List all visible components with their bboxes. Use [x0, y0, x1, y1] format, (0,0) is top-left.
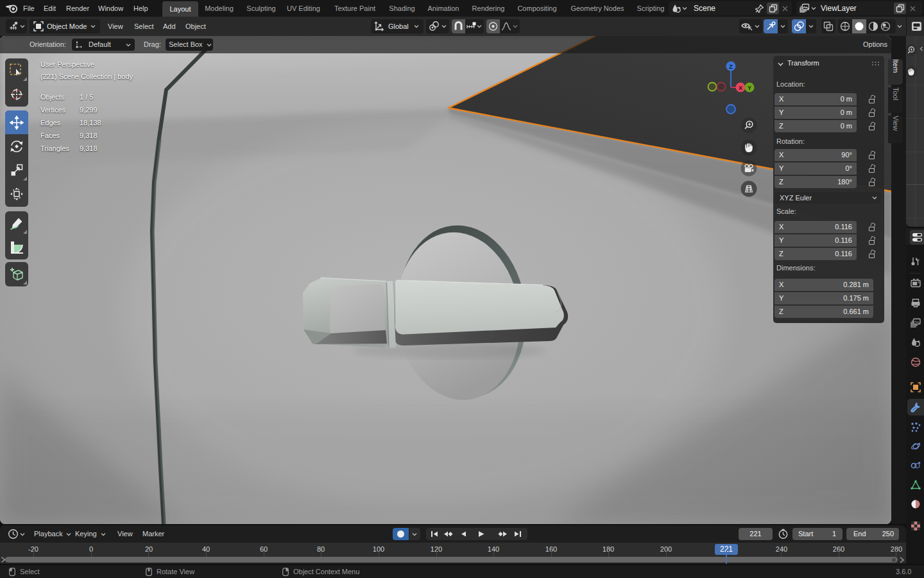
- svg-text:Y: Y: [748, 85, 751, 91]
- svg-text:Z: Z: [729, 64, 733, 70]
- svg-text:X: X: [739, 85, 742, 91]
